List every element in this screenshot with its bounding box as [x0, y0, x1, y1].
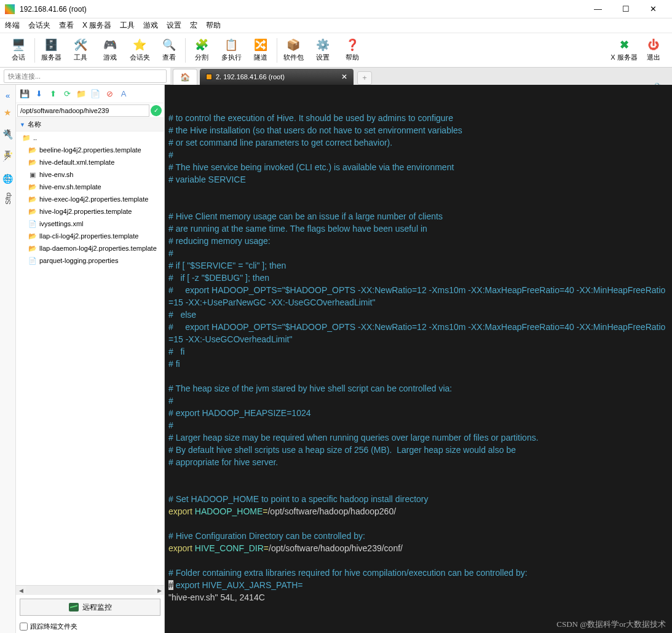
tree-row[interactable]: ▣hive-env.sh [16, 168, 164, 181]
close-button[interactable]: ✕ [639, 1, 667, 18]
toolbar-服务器[interactable]: 🗄️服务器 [36, 34, 66, 67]
collapse-icon[interactable]: « [6, 88, 10, 103]
tree-row[interactable]: 📂llap-daemon-log4j2.properties.template [16, 242, 164, 254]
tab-bar: 🏠 2. 192.168.41.66 (root) ✕ ＋ [170, 68, 672, 85]
file-name: llap-cli-log4j2.properties.template [39, 232, 138, 240]
tree-row[interactable]: 📂hive-env.sh.template [16, 181, 164, 193]
path-input[interactable] [17, 104, 149, 117]
star-icon[interactable]: ★ [4, 108, 12, 117]
toolbar-icon: 📋 [224, 38, 238, 52]
follow-checkbox[interactable] [20, 623, 28, 631]
menu-item[interactable]: 游戏 [143, 20, 158, 31]
font-icon[interactable]: A [117, 88, 130, 100]
terminal-line [168, 517, 668, 530]
minimize-button[interactable]: — [584, 1, 612, 18]
col-name: 名称 [28, 120, 41, 129]
file-name: hive-log4j2.properties.template [39, 208, 132, 215]
toolbar-icon: ⭐ [133, 38, 146, 52]
tree-row[interactable]: 📂hive-log4j2.properties.template [16, 205, 164, 218]
delete-icon[interactable]: ⊘ [103, 88, 116, 100]
scroll-left-icon[interactable]: ◀ [16, 586, 26, 595]
tab-close-icon[interactable]: ✕ [341, 73, 347, 81]
file-name: beeline-log4j2.properties.template [39, 146, 141, 154]
toolbar-隧道[interactable]: 🔀隧道 [246, 34, 275, 67]
h-scrollbar[interactable]: ◀ ▶ [16, 585, 164, 595]
file-tree[interactable]: ▼ 名称 📁 .. 📂beeline-log4j2.properties.tem… [16, 118, 164, 585]
tree-row[interactable]: 📄ivysettings.xml [16, 218, 164, 230]
toolbar-icon: 🛠️ [74, 38, 87, 52]
remote-monitor-icon [69, 603, 79, 611]
file-icon: 📂 [28, 207, 37, 216]
tree-row[interactable]: 📂hive-exec-log4j2.properties.template [16, 193, 164, 205]
toolbar-label: 服务器 [41, 53, 61, 62]
toolbar-X 服务器[interactable]: ✖X 服务器 [609, 34, 639, 67]
maximize-button[interactable]: ☐ [612, 1, 639, 18]
remote-monitor-button[interactable]: 远程监控 [20, 599, 160, 616]
terminal-line: # The heap size of the jvm stared by hiv… [168, 382, 668, 395]
sftp-icon[interactable]: 🌐 [2, 174, 13, 184]
terminal-line: # export HADOOP_OPTS="$HADOOP_OPTS -XX:N… [168, 321, 668, 345]
disk-icon[interactable]: 💾 [18, 88, 31, 100]
toolbar: 🖥️会话🗄️服务器🛠️工具🎮游戏⭐会话夹🔍查看🧩分割📋多执行🔀隧道📦软件包⚙️设… [0, 33, 672, 68]
toolbar-label: 会话 [12, 53, 25, 62]
tree-header[interactable]: ▼ 名称 [16, 118, 164, 132]
menu-item[interactable]: 终端 [5, 20, 20, 31]
file-name: hive-default.xml.template [39, 159, 114, 166]
tree-row[interactable]: 📄parquet-logging.properties [16, 254, 164, 267]
new-file-icon[interactable]: 📄 [89, 88, 101, 100]
terminal-line: # export HADOOP_HEAPSIZE=1024 [168, 407, 668, 419]
toolbar-查看[interactable]: 🔍查看 [154, 34, 184, 67]
toolbar-多执行[interactable]: 📋多执行 [216, 34, 246, 67]
toolbar-label: 退出 [647, 53, 660, 62]
folder-up-icon: 📁 [22, 133, 31, 142]
toolbar-会话[interactable]: 🖥️会话 [4, 34, 33, 67]
window-title: 192.168.41.66 (root) [20, 5, 584, 14]
toolbar-设置[interactable]: ⚙️设置 [308, 34, 338, 67]
file-icon: 📄 [28, 256, 37, 265]
wand-icon[interactable]: 🪄 [2, 152, 13, 162]
scroll-right-icon[interactable]: ▶ [154, 586, 164, 595]
tree-up[interactable]: 📁 .. [16, 132, 164, 144]
toolbar-label: 会话夹 [130, 53, 150, 62]
tree-row[interactable]: 📂beeline-log4j2.properties.template [16, 144, 164, 156]
tab-active[interactable]: 2. 192.168.41.66 (root) ✕ [200, 69, 354, 85]
terminal-line: # [168, 395, 668, 407]
menu-item[interactable]: 查看 [59, 20, 74, 31]
toolbar-分割[interactable]: 🧩分割 [187, 34, 216, 67]
toolbar-会话夹[interactable]: ⭐会话夹 [125, 34, 154, 67]
titlebar: 192.168.41.66 (root) — ☐ ✕ [0, 0, 672, 18]
side-sftp[interactable]: Sftp [4, 192, 11, 205]
toolbar-软件包[interactable]: 📦软件包 [279, 34, 308, 67]
toolbar-工具[interactable]: 🛠️工具 [66, 34, 95, 67]
tree-row[interactable]: 📂llap-cli-log4j2.properties.template [16, 230, 164, 242]
download-icon[interactable]: ⬇ [33, 88, 45, 100]
menu-item[interactable]: 会话夹 [28, 20, 50, 31]
tree-up-label: .. [33, 134, 37, 141]
tab-new-button[interactable]: ＋ [357, 71, 372, 85]
menu-item[interactable]: 帮助 [206, 20, 221, 31]
tree-row[interactable]: 📂hive-default.xml.template [16, 156, 164, 168]
quick-connect-input[interactable] [4, 69, 167, 83]
menu-item[interactable]: 设置 [167, 20, 181, 31]
watermark: CSDN @数据科学or大数据技术 [556, 618, 666, 631]
new-folder-icon[interactable]: 📁 [75, 88, 87, 100]
menu-item[interactable]: 宏 [190, 20, 197, 31]
refresh-icon[interactable]: ⟳ [61, 88, 73, 100]
follow-label: 跟踪终端文件夹 [30, 622, 77, 631]
toolbar-帮助[interactable]: ❓帮助 [338, 34, 367, 67]
wrench-icon[interactable]: 🔧 [2, 130, 13, 140]
terminal-line: # [168, 149, 668, 161]
tab-label: 2. 192.168.41.66 (root) [216, 73, 285, 81]
menu-item[interactable]: 工具 [120, 20, 135, 31]
terminal-line: # appropriate for hive server. [168, 456, 668, 468]
toolbar-游戏[interactable]: 🎮游戏 [95, 34, 125, 67]
terminal-line [168, 186, 668, 198]
terminal[interactable]: # to control the execution of Hive. It s… [165, 85, 672, 633]
tab-home[interactable]: 🏠 [173, 69, 197, 85]
menu-item[interactable]: X 服务器 [82, 20, 111, 31]
upload-icon[interactable]: ⬆ [47, 88, 59, 100]
file-icon: 📂 [28, 158, 37, 167]
toolbar-退出[interactable]: ⏻退出 [639, 34, 668, 67]
file-name: ivysettings.xml [39, 220, 84, 227]
toolbar-icon: 🖥️ [12, 38, 25, 52]
